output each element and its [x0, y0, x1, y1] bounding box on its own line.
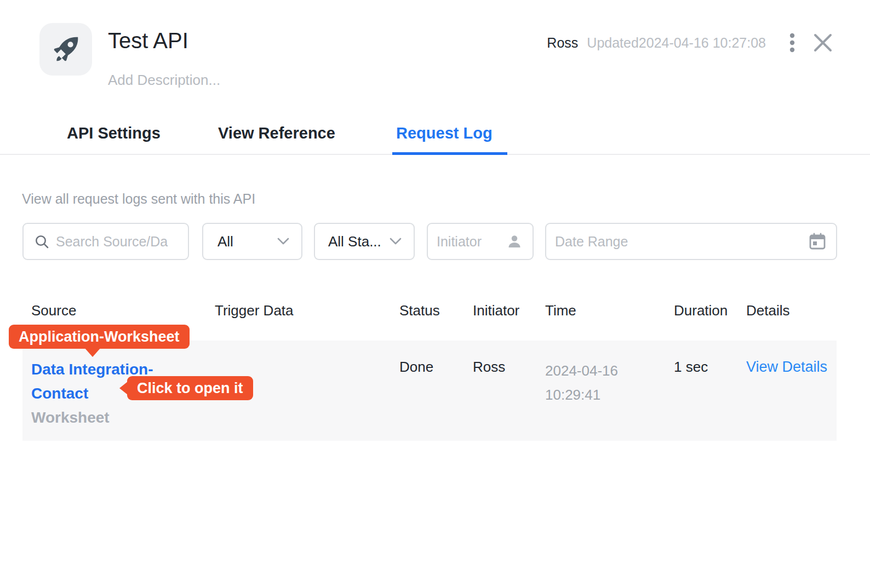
date-range-filter[interactable] — [545, 223, 837, 260]
annotation-source-tooltip: Application-Worksheet — [9, 325, 190, 349]
search-box[interactable] — [22, 223, 189, 260]
time-cell: 2024-04-16 10:29:41 — [545, 359, 618, 407]
initiator-cell: Ross — [473, 359, 505, 376]
calendar-icon — [809, 233, 826, 250]
annotation-click-tooltip: Click to open it — [127, 376, 253, 400]
initiator-filter[interactable] — [427, 223, 534, 260]
api-app-icon-tile — [39, 23, 92, 76]
request-log-subtitle: View all request logs sent with this API — [22, 191, 255, 207]
tab-bar: API Settings View Reference Request Log — [0, 113, 870, 155]
page-title: Test API — [108, 28, 188, 53]
search-icon — [35, 234, 49, 249]
header-meta: Ross Updated2024-04-16 10:27:08 — [547, 32, 834, 54]
type-dropdown[interactable]: All — [202, 223, 302, 260]
duration-cell: 1 sec — [674, 359, 708, 376]
status-dropdown-value: All Sta... — [328, 233, 381, 250]
status-cell: Done — [399, 359, 433, 376]
more-options-button[interactable] — [785, 32, 800, 54]
api-dialog: Test API Add Description... Ross Updated… — [0, 0, 870, 588]
initiator-input[interactable] — [437, 234, 502, 250]
rocket-icon — [50, 33, 82, 65]
chevron-down-icon — [390, 238, 402, 245]
column-header-source: Source — [31, 302, 76, 319]
owner-name: Ross — [547, 35, 578, 51]
column-header-status: Status — [399, 302, 440, 319]
chevron-down-icon — [277, 238, 289, 245]
tab-view-reference[interactable]: View Reference — [218, 113, 335, 154]
status-dropdown[interactable]: All Sta... — [314, 223, 415, 260]
close-button[interactable] — [812, 32, 834, 54]
time-clock: 10:29:41 — [545, 383, 618, 407]
column-header-trigger-data: Trigger Data — [215, 302, 294, 319]
tab-request-log[interactable]: Request Log — [396, 113, 493, 154]
column-header-initiator: Initiator — [473, 302, 519, 319]
search-input[interactable] — [56, 234, 179, 250]
add-description-field[interactable]: Add Description... — [108, 72, 220, 89]
close-icon — [813, 33, 833, 53]
date-range-input[interactable] — [555, 234, 804, 250]
updated-timestamp: Updated2024-04-16 10:27:08 — [587, 35, 766, 51]
column-header-duration: Duration — [674, 302, 728, 319]
view-details-link[interactable]: View Details — [746, 359, 827, 375]
details-cell: View Details — [746, 359, 827, 376]
column-header-time: Time — [545, 302, 576, 319]
tab-api-settings[interactable]: API Settings — [67, 113, 161, 154]
type-dropdown-value: All — [218, 233, 233, 250]
person-icon — [506, 233, 523, 250]
time-date: 2024-04-16 — [545, 359, 618, 383]
source-type-label: Worksheet — [31, 406, 153, 430]
column-header-details: Details — [746, 302, 789, 319]
kebab-menu-icon — [789, 32, 795, 53]
